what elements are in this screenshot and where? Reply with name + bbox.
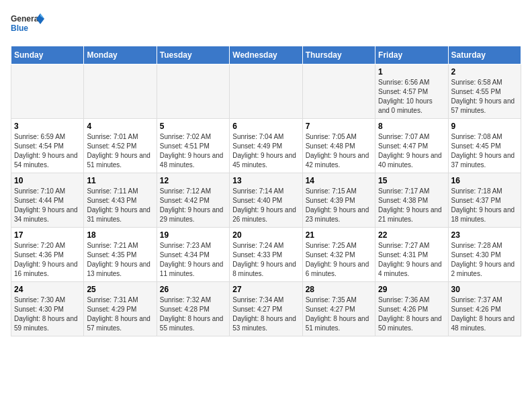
day-info: Sunrise: 7:21 AM Sunset: 4:35 PM Dayligh… — [87, 241, 153, 279]
day-number: 6 — [232, 122, 299, 131]
day-info: Sunrise: 6:58 AM Sunset: 4:55 PM Dayligh… — [451, 78, 518, 116]
day-info: Sunrise: 7:08 AM Sunset: 4:45 PM Dayligh… — [451, 132, 518, 170]
calendar-cell: 12Sunrise: 7:12 AM Sunset: 4:42 PM Dayli… — [157, 173, 229, 228]
calendar-cell: 30Sunrise: 7:37 AM Sunset: 4:26 PM Dayli… — [448, 282, 521, 336]
calendar-cell: 7Sunrise: 7:05 AM Sunset: 4:48 PM Daylig… — [302, 119, 375, 173]
day-number: 10 — [14, 176, 81, 185]
day-number: 8 — [378, 122, 445, 131]
day-info: Sunrise: 7:05 AM Sunset: 4:48 PM Dayligh… — [306, 132, 372, 170]
calendar-cell: 25Sunrise: 7:31 AM Sunset: 4:29 PM Dayli… — [84, 282, 157, 336]
day-number: 11 — [87, 176, 153, 185]
calendar-cell: 19Sunrise: 7:23 AM Sunset: 4:34 PM Dayli… — [157, 228, 229, 282]
calendar-cell: 11Sunrise: 7:11 AM Sunset: 4:43 PM Dayli… — [84, 173, 157, 228]
calendar-cell — [84, 64, 157, 119]
day-number: 14 — [306, 176, 372, 185]
day-number: 30 — [451, 285, 518, 294]
calendar-cell: 15Sunrise: 7:17 AM Sunset: 4:38 PM Dayli… — [375, 173, 448, 228]
day-number: 24 — [14, 285, 81, 294]
day-info: Sunrise: 7:25 AM Sunset: 4:32 PM Dayligh… — [306, 241, 372, 279]
day-info: Sunrise: 6:56 AM Sunset: 4:57 PM Dayligh… — [378, 78, 445, 116]
logo-svg: General Blue — [11, 11, 44, 38]
day-info: Sunrise: 7:01 AM Sunset: 4:52 PM Dayligh… — [87, 132, 153, 170]
day-number: 26 — [160, 285, 226, 294]
calendar-cell: 24Sunrise: 7:30 AM Sunset: 4:30 PM Dayli… — [11, 282, 84, 336]
logo: General Blue — [11, 11, 44, 38]
day-info: Sunrise: 7:17 AM Sunset: 4:38 PM Dayligh… — [378, 187, 445, 224]
header: General Blue — [11, 11, 521, 38]
day-info: Sunrise: 7:20 AM Sunset: 4:36 PM Dayligh… — [14, 241, 81, 279]
day-info: Sunrise: 7:36 AM Sunset: 4:26 PM Dayligh… — [378, 295, 445, 333]
calendar-cell: 26Sunrise: 7:32 AM Sunset: 4:28 PM Dayli… — [157, 282, 229, 336]
calendar-cell: 21Sunrise: 7:25 AM Sunset: 4:32 PM Dayli… — [302, 228, 375, 282]
calendar-day-header: Sunday — [11, 46, 84, 64]
day-info: Sunrise: 7:31 AM Sunset: 4:29 PM Dayligh… — [87, 295, 153, 333]
day-number: 22 — [378, 230, 445, 240]
calendar-cell: 4Sunrise: 7:01 AM Sunset: 4:52 PM Daylig… — [84, 119, 157, 173]
calendar-week-row: 17Sunrise: 7:20 AM Sunset: 4:36 PM Dayli… — [11, 228, 521, 282]
day-number: 20 — [232, 230, 299, 240]
calendar-week-row: 24Sunrise: 7:30 AM Sunset: 4:30 PM Dayli… — [11, 282, 521, 336]
svg-text:General: General — [11, 14, 41, 24]
calendar-cell — [157, 64, 229, 119]
calendar-cell: 16Sunrise: 7:18 AM Sunset: 4:37 PM Dayli… — [448, 173, 521, 228]
day-number: 28 — [306, 285, 372, 294]
day-info: Sunrise: 6:59 AM Sunset: 4:54 PM Dayligh… — [14, 132, 81, 170]
day-number: 12 — [160, 176, 226, 185]
calendar-cell: 18Sunrise: 7:21 AM Sunset: 4:35 PM Dayli… — [84, 228, 157, 282]
day-info: Sunrise: 7:32 AM Sunset: 4:28 PM Dayligh… — [160, 295, 226, 333]
calendar-day-header: Wednesday — [230, 46, 302, 64]
calendar-week-row: 10Sunrise: 7:10 AM Sunset: 4:44 PM Dayli… — [11, 173, 521, 228]
day-info: Sunrise: 7:14 AM Sunset: 4:40 PM Dayligh… — [232, 187, 299, 224]
day-number: 23 — [451, 230, 518, 240]
day-number: 15 — [378, 176, 445, 185]
calendar-cell: 8Sunrise: 7:07 AM Sunset: 4:47 PM Daylig… — [375, 119, 448, 173]
day-info: Sunrise: 7:15 AM Sunset: 4:39 PM Dayligh… — [306, 187, 372, 224]
day-info: Sunrise: 7:24 AM Sunset: 4:33 PM Dayligh… — [232, 241, 299, 279]
day-number: 19 — [160, 230, 226, 240]
day-info: Sunrise: 7:12 AM Sunset: 4:42 PM Dayligh… — [160, 187, 226, 224]
day-number: 18 — [87, 230, 153, 240]
calendar-day-header: Friday — [375, 46, 448, 64]
day-number: 5 — [160, 122, 226, 131]
day-info: Sunrise: 7:02 AM Sunset: 4:51 PM Dayligh… — [160, 132, 226, 170]
calendar-cell: 14Sunrise: 7:15 AM Sunset: 4:39 PM Dayli… — [302, 173, 375, 228]
day-number: 7 — [306, 122, 372, 131]
day-number: 3 — [14, 122, 81, 131]
day-info: Sunrise: 7:18 AM Sunset: 4:37 PM Dayligh… — [451, 187, 518, 224]
day-number: 9 — [451, 122, 518, 131]
day-info: Sunrise: 7:37 AM Sunset: 4:26 PM Dayligh… — [451, 295, 518, 333]
day-info: Sunrise: 7:07 AM Sunset: 4:47 PM Dayligh… — [378, 132, 445, 170]
day-number: 1 — [378, 67, 445, 77]
day-info: Sunrise: 7:35 AM Sunset: 4:27 PM Dayligh… — [306, 295, 372, 333]
calendar-cell: 1Sunrise: 6:56 AM Sunset: 4:57 PM Daylig… — [375, 64, 448, 119]
day-info: Sunrise: 7:34 AM Sunset: 4:27 PM Dayligh… — [232, 295, 299, 333]
calendar-week-row: 3Sunrise: 6:59 AM Sunset: 4:54 PM Daylig… — [11, 119, 521, 173]
calendar-day-header: Monday — [84, 46, 157, 64]
day-number: 27 — [232, 285, 299, 294]
calendar-cell — [11, 64, 84, 119]
day-number: 21 — [306, 230, 372, 240]
day-number: 29 — [378, 285, 445, 294]
day-info: Sunrise: 7:28 AM Sunset: 4:30 PM Dayligh… — [451, 241, 518, 279]
day-info: Sunrise: 7:10 AM Sunset: 4:44 PM Dayligh… — [14, 187, 81, 224]
calendar-cell: 17Sunrise: 7:20 AM Sunset: 4:36 PM Dayli… — [11, 228, 84, 282]
calendar-cell: 6Sunrise: 7:04 AM Sunset: 4:49 PM Daylig… — [230, 119, 302, 173]
calendar-cell: 5Sunrise: 7:02 AM Sunset: 4:51 PM Daylig… — [157, 119, 229, 173]
calendar-cell: 27Sunrise: 7:34 AM Sunset: 4:27 PM Dayli… — [230, 282, 302, 336]
day-info: Sunrise: 7:30 AM Sunset: 4:30 PM Dayligh… — [14, 295, 81, 333]
calendar-cell: 23Sunrise: 7:28 AM Sunset: 4:30 PM Dayli… — [448, 228, 521, 282]
day-number: 4 — [87, 122, 153, 131]
day-info: Sunrise: 7:27 AM Sunset: 4:31 PM Dayligh… — [378, 241, 445, 279]
calendar-cell: 2Sunrise: 6:58 AM Sunset: 4:55 PM Daylig… — [448, 64, 521, 119]
day-info: Sunrise: 7:11 AM Sunset: 4:43 PM Dayligh… — [87, 187, 153, 224]
day-info: Sunrise: 7:04 AM Sunset: 4:49 PM Dayligh… — [232, 132, 299, 170]
calendar-cell: 10Sunrise: 7:10 AM Sunset: 4:44 PM Dayli… — [11, 173, 84, 228]
calendar-day-header: Saturday — [448, 46, 521, 64]
calendar-cell — [302, 64, 375, 119]
day-number: 2 — [451, 67, 518, 77]
calendar-cell — [230, 64, 302, 119]
day-number: 16 — [451, 176, 518, 185]
calendar-week-row: 1Sunrise: 6:56 AM Sunset: 4:57 PM Daylig… — [11, 64, 521, 119]
day-info: Sunrise: 7:23 AM Sunset: 4:34 PM Dayligh… — [160, 241, 226, 279]
calendar-cell: 9Sunrise: 7:08 AM Sunset: 4:45 PM Daylig… — [448, 119, 521, 173]
